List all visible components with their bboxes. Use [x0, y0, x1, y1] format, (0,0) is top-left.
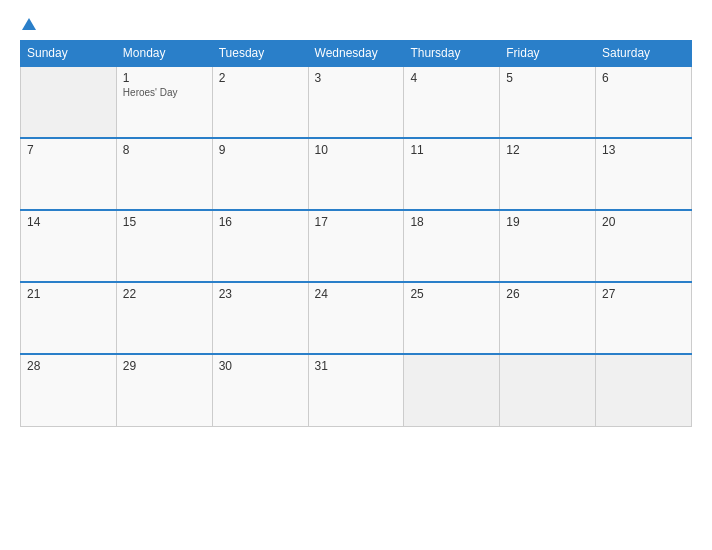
weekday-header-thursday: Thursday	[404, 41, 500, 67]
calendar-cell: 5	[500, 66, 596, 138]
day-number: 30	[219, 359, 302, 373]
day-number: 23	[219, 287, 302, 301]
calendar-cell: 18	[404, 210, 500, 282]
calendar-container: SundayMondayTuesdayWednesdayThursdayFrid…	[0, 0, 712, 550]
calendar-cell: 13	[596, 138, 692, 210]
week-row-3: 21222324252627	[21, 282, 692, 354]
day-number: 5	[506, 71, 589, 85]
logo	[20, 18, 36, 30]
calendar-cell: 2	[212, 66, 308, 138]
day-number: 22	[123, 287, 206, 301]
weekday-header-sunday: Sunday	[21, 41, 117, 67]
weekday-header-tuesday: Tuesday	[212, 41, 308, 67]
day-number: 25	[410, 287, 493, 301]
day-number: 24	[315, 287, 398, 301]
calendar-cell: 29	[116, 354, 212, 426]
calendar-cell: 15	[116, 210, 212, 282]
day-number: 3	[315, 71, 398, 85]
day-number: 16	[219, 215, 302, 229]
calendar-cell: 7	[21, 138, 117, 210]
week-row-4: 28293031	[21, 354, 692, 426]
week-row-1: 78910111213	[21, 138, 692, 210]
holiday-label: Heroes' Day	[123, 87, 206, 98]
calendar-cell: 27	[596, 282, 692, 354]
day-number: 18	[410, 215, 493, 229]
weekday-header-monday: Monday	[116, 41, 212, 67]
calendar-cell	[404, 354, 500, 426]
day-number: 26	[506, 287, 589, 301]
calendar-cell: 30	[212, 354, 308, 426]
day-number: 4	[410, 71, 493, 85]
day-number: 13	[602, 143, 685, 157]
day-number: 1	[123, 71, 206, 85]
day-number: 29	[123, 359, 206, 373]
calendar-cell: 19	[500, 210, 596, 282]
day-number: 19	[506, 215, 589, 229]
calendar-cell: 25	[404, 282, 500, 354]
calendar-cell: 14	[21, 210, 117, 282]
weekday-header-saturday: Saturday	[596, 41, 692, 67]
calendar-cell: 16	[212, 210, 308, 282]
day-number: 9	[219, 143, 302, 157]
day-number: 31	[315, 359, 398, 373]
calendar-cell: 20	[596, 210, 692, 282]
day-number: 7	[27, 143, 110, 157]
day-number: 15	[123, 215, 206, 229]
logo-triangle-icon	[22, 18, 36, 30]
day-number: 27	[602, 287, 685, 301]
calendar-cell: 21	[21, 282, 117, 354]
calendar-cell: 9	[212, 138, 308, 210]
calendar-cell: 4	[404, 66, 500, 138]
calendar-header	[20, 18, 692, 30]
day-number: 17	[315, 215, 398, 229]
day-number: 21	[27, 287, 110, 301]
calendar-cell: 31	[308, 354, 404, 426]
calendar-cell	[500, 354, 596, 426]
day-number: 28	[27, 359, 110, 373]
day-number: 6	[602, 71, 685, 85]
calendar-cell: 26	[500, 282, 596, 354]
weekday-header-wednesday: Wednesday	[308, 41, 404, 67]
calendar-cell	[21, 66, 117, 138]
day-number: 11	[410, 143, 493, 157]
calendar-cell: 6	[596, 66, 692, 138]
weekday-header-row: SundayMondayTuesdayWednesdayThursdayFrid…	[21, 41, 692, 67]
calendar-cell: 12	[500, 138, 596, 210]
calendar-cell: 24	[308, 282, 404, 354]
calendar-cell: 1Heroes' Day	[116, 66, 212, 138]
calendar-cell: 10	[308, 138, 404, 210]
day-number: 10	[315, 143, 398, 157]
day-number: 20	[602, 215, 685, 229]
day-number: 12	[506, 143, 589, 157]
calendar-cell: 8	[116, 138, 212, 210]
calendar-cell: 23	[212, 282, 308, 354]
week-row-2: 14151617181920	[21, 210, 692, 282]
weekday-header-friday: Friday	[500, 41, 596, 67]
day-number: 2	[219, 71, 302, 85]
week-row-0: 1Heroes' Day23456	[21, 66, 692, 138]
calendar-cell: 17	[308, 210, 404, 282]
calendar-cell: 28	[21, 354, 117, 426]
calendar-cell: 11	[404, 138, 500, 210]
calendar-cell: 22	[116, 282, 212, 354]
day-number: 14	[27, 215, 110, 229]
calendar-cell: 3	[308, 66, 404, 138]
calendar-grid: SundayMondayTuesdayWednesdayThursdayFrid…	[20, 40, 692, 427]
calendar-cell	[596, 354, 692, 426]
day-number: 8	[123, 143, 206, 157]
